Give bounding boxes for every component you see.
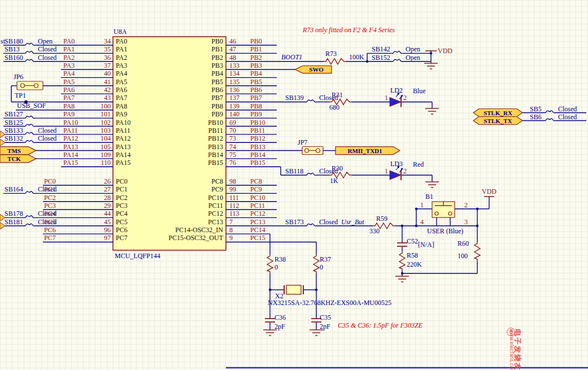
pin-name: PC7 (116, 234, 128, 241)
schematic-labels: R73 only fitted on F2 & F4 Series C35 & … (0, 0, 588, 370)
pin-name: PB8 (141, 103, 223, 110)
net-label-usb-sof: USB_SOF (17, 102, 46, 109)
pin-number: 28 (85, 194, 111, 201)
solder-bridge-designator: SB181 (5, 219, 23, 225)
led-pin-number: 2 (403, 94, 407, 101)
net-label: PA8 (63, 103, 75, 110)
solder-bridge-designator: SB152 (372, 54, 390, 61)
port-label: STLK_RX (478, 110, 518, 117)
net-label: PA11 (63, 127, 78, 134)
capacitor-value: 2pF (320, 323, 330, 330)
pin-name: PA14 (116, 151, 130, 158)
pin-name: PC3 (116, 202, 128, 209)
pin-number: 43 (85, 94, 111, 101)
button-caption: USER (Blue) (427, 228, 463, 234)
pin-name: PA13 (116, 143, 130, 150)
pin-name: PA2 (116, 54, 127, 61)
pin-name: PC12 (141, 210, 223, 217)
solder-bridge-state: Open (406, 54, 420, 61)
pin-number: 26 (85, 178, 111, 185)
resistor-designator: R59 (376, 215, 387, 222)
solder-bridge-designator: SB164 (5, 186, 23, 193)
net-label: PA14 (63, 151, 78, 158)
net-label: PC13 (250, 219, 265, 225)
solder-bridge-state: Closed (558, 114, 577, 120)
solder-bridge-designator: SB118 (285, 168, 303, 175)
net-label: PB5 (250, 79, 262, 85)
resistor-designator: R30 (332, 165, 343, 172)
net-label: PB9 (250, 111, 262, 117)
pin-name: PC5 (116, 219, 128, 225)
net-label: PA15 (63, 159, 78, 166)
net-label: PA10 (63, 119, 78, 126)
pin-name: PA4 (116, 70, 127, 77)
button-designator: B1 (425, 193, 433, 200)
resistor-value: 100K (349, 54, 364, 60)
button-pin-number: 1 (420, 202, 424, 208)
pin-name: PB1 (141, 46, 223, 53)
pin-number: 103 (85, 127, 111, 134)
pin-name: PB12 (141, 135, 223, 142)
jumper-designator: JP6 (14, 73, 23, 80)
pin-number: 42 (85, 86, 111, 93)
net-label: PC2 (44, 194, 56, 201)
pin-number: 97 (85, 234, 111, 241)
pin-name: PA7 (116, 94, 127, 101)
net-label: PC10 (250, 194, 265, 201)
solder-bridge-designator: SB132 (5, 135, 23, 142)
solder-bridge-state: Open (38, 38, 53, 45)
solder-bridge-state: Closed (38, 210, 56, 217)
resistor-value: 330 (369, 228, 380, 234)
led-color-label: Blue (413, 88, 426, 94)
pin-name: PB9 (141, 111, 223, 117)
pin-name: PB14 (141, 151, 223, 158)
crystal-part-number: NX3215SA-32.768KHZ-EXS00A-MU00525 (268, 299, 391, 306)
solder-bridge-designator: SB178 (5, 210, 23, 217)
net-label-usr-but: Usr_But (341, 219, 364, 225)
pin-number: 109 (85, 151, 111, 158)
pin-number: 44 (85, 210, 111, 217)
pin-number: 8 (229, 227, 233, 233)
test-point-label: TP1 (15, 92, 26, 99)
net-label: PC14 (250, 227, 265, 233)
net-label: PB10 (250, 119, 265, 126)
pin-number: 7 (229, 219, 233, 225)
solder-bridge-state: Closed (38, 135, 56, 142)
pin-number: 46 (229, 38, 236, 45)
pin-name: PA8 (116, 103, 127, 110)
pin-number: 136 (229, 86, 239, 93)
pin-name: PA5 (116, 79, 127, 85)
pin-number: 135 (229, 79, 239, 85)
pin-name: PB4 (141, 70, 223, 77)
pin-number: 101 (85, 111, 111, 117)
net-label: PB3 (250, 62, 262, 69)
net-label: PB13 (250, 143, 265, 150)
pin-number: 105 (85, 143, 111, 150)
pin-name: PC10 (141, 194, 223, 201)
solder-bridge-state: Closed (38, 127, 56, 134)
pin-name: PC4 (116, 210, 128, 217)
pin-number: 112 (229, 202, 239, 209)
pin-number: 104 (85, 135, 111, 142)
solder-bridge-designator: SB139 (285, 94, 304, 101)
pin-name: PB0 (141, 38, 223, 45)
watermark-logo-icon: ℗ (507, 328, 515, 336)
vdd-power-label: VDD (482, 188, 496, 195)
pin-number: 111 (229, 194, 239, 201)
solder-bridge-designator: SB5 (530, 106, 542, 112)
watermark-brand: 电子发烧友 (514, 329, 521, 370)
net-label: PB0 (250, 38, 262, 45)
pin-name: PA6 (116, 86, 127, 93)
pin-number: 41 (85, 79, 111, 85)
pin-number: 134 (229, 70, 239, 77)
jumper-designator: JP7 (298, 139, 307, 146)
resistor-value: 220K (407, 261, 422, 268)
pin-name: PC6 (116, 227, 128, 233)
solder-bridge-designator: SB13 (5, 46, 20, 53)
pin-name: PC14-OSC32_IN (141, 227, 223, 233)
pin-number: 113 (229, 210, 239, 217)
solder-bridge-state: Closed (38, 186, 56, 193)
pin-number: 76 (229, 159, 236, 166)
pin-number: 98 (229, 178, 236, 185)
net-label: PA9 (63, 111, 75, 117)
